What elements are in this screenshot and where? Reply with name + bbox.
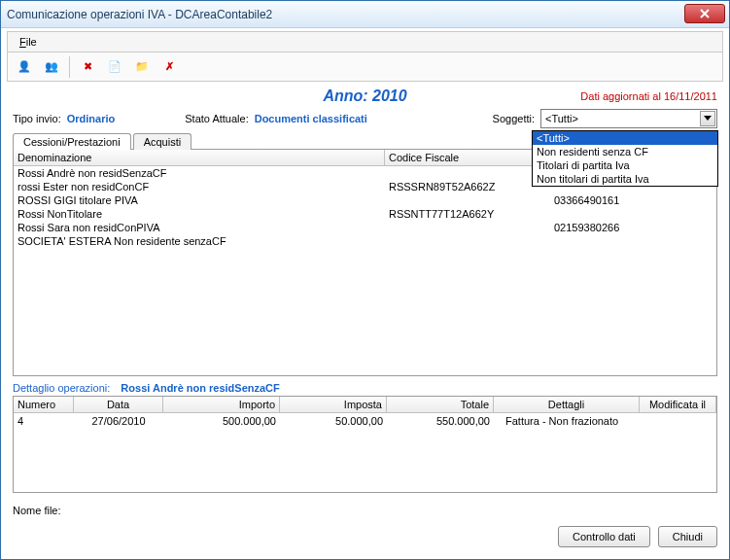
document-icon: 📄 [108, 60, 122, 73]
toolbar: 👤 👥 ✖ 📄 📁 ✗ [7, 52, 723, 82]
cell-piva [550, 234, 716, 248]
chiudi-button[interactable]: Chiudi [658, 526, 717, 547]
cell-piva: 02159380266 [550, 221, 716, 234]
cell-cf: RSSNTT77T12A662Y [385, 207, 550, 221]
cell-denom: Rossi Sara non residConPIVA [14, 221, 385, 234]
window: Comunicazione operazioni IVA - DCAreaCon… [0, 0, 730, 560]
cell-data: 27/06/2010 [74, 413, 163, 429]
toolbar-btn-3[interactable]: ✖ [75, 55, 100, 79]
cell-cf [385, 193, 550, 207]
col-imposta[interactable]: Imposta [280, 397, 387, 412]
cell-denom: Rossi Andrè non residSenzaCF [14, 166, 385, 180]
dettaglio-name: Rossi Andrè non residSenzaCF [121, 382, 279, 394]
col-modificata[interactable]: Modificata il [640, 397, 716, 412]
chevron-down-icon [700, 111, 715, 126]
cell-denom: SOCIETA' ESTERA Non residente senzaCF [14, 234, 385, 248]
cell-dettagli: Fattura - Non frazionato [494, 413, 640, 429]
cancel-icon: ✖ [84, 60, 92, 73]
dettaglio-label: Dettaglio operazioni: [13, 382, 110, 394]
tab-acquisti[interactable]: Acquisti [133, 133, 192, 150]
toolbar-separator [69, 56, 70, 78]
dati-aggiornati: Dati aggiornati al 16/11/2011 [580, 90, 717, 102]
table-row[interactable]: ROSSI GIGI titolare PIVA03366490161 [14, 193, 716, 207]
dropdown-option[interactable]: <Tutti> [533, 131, 717, 145]
tipo-invio-label: Tipo invio: [13, 113, 61, 124]
toolbar-btn-5[interactable]: 📁 [129, 55, 155, 79]
combo-selected: <Tutti> [545, 113, 578, 124]
dropdown-option[interactable]: Titolari di partita Iva [533, 158, 717, 172]
stato-value: Documenti classificati [255, 113, 367, 124]
col-importo[interactable]: Importo [163, 397, 280, 412]
cell-totale: 550.000,00 [387, 413, 494, 429]
window-title: Comunicazione operazioni IVA - DCAreaCon… [7, 8, 272, 21]
toolbar-btn-2[interactable]: 👥 [39, 55, 64, 79]
titlebar[interactable]: Comunicazione operazioni IVA - DCAreaCon… [1, 1, 729, 28]
folder-icon: 📁 [135, 60, 149, 73]
dettaglio-label-row: Dettaglio operazioni: Rossi Andrè non re… [13, 382, 717, 394]
cell-cf [385, 166, 550, 180]
cell-mod [640, 413, 716, 429]
toolbar-btn-6[interactable]: ✗ [156, 55, 182, 79]
person-icon: 👤 [17, 60, 31, 73]
cell-denom: rossi Ester non residConCF [14, 180, 385, 193]
dropdown-option[interactable]: Non titolari di partita Iva [533, 172, 717, 186]
col-codice-fiscale[interactable]: Codice Fiscale [385, 150, 550, 165]
cell-piva: 03366490161 [550, 193, 716, 207]
col-numero[interactable]: Numero [14, 397, 74, 412]
cell-importo: 500.000,00 [163, 413, 280, 429]
info-row: Tipo invio: Ordinario Stato Attuale: Doc… [1, 107, 729, 132]
cell-num: 4 [14, 413, 74, 429]
cell-cf [385, 221, 550, 234]
tipo-invio-value: Ordinario [67, 113, 116, 124]
person-search-icon: 👥 [45, 60, 58, 73]
table-row[interactable]: Rossi Sara non residConPIVA02159380266 [14, 221, 716, 234]
col-data[interactable]: Data [74, 397, 163, 412]
toolbar-btn-4[interactable]: 📄 [102, 55, 127, 79]
table-row[interactable]: 427/06/2010500.000,0050.000,00550.000,00… [14, 413, 716, 429]
menubar: File [7, 31, 723, 52]
cell-denom: ROSSI GIGI titolare PIVA [14, 193, 385, 207]
col-denominazione[interactable]: Denominazione [14, 150, 385, 165]
menu-file[interactable]: File [12, 34, 45, 50]
cell-cf: RSSSRN89T52A662Z [385, 180, 550, 193]
tab-cessioni[interactable]: Cessioni/Prestazioni [13, 133, 131, 150]
cell-piva [550, 207, 716, 221]
controllo-dati-button[interactable]: Controllo dati [558, 526, 650, 547]
stato-label: Stato Attuale: [185, 113, 248, 124]
delete-icon: ✗ [165, 60, 174, 73]
button-row: Controllo dati Chiudi [1, 526, 717, 547]
table-row[interactable]: Rossi NonTitolareRSSNTT77T12A662Y [14, 207, 716, 221]
cell-imposta: 50.000,00 [280, 413, 387, 429]
dropdown-option[interactable]: Non residenti senza CF [533, 145, 717, 158]
footer: Nome file: [13, 505, 717, 516]
soggetti-combo[interactable]: <Tutti> [540, 109, 717, 128]
soggetti-dropdown[interactable]: <Tutti> Non residenti senza CF Titolari … [532, 130, 718, 187]
toolbar-btn-1[interactable]: 👤 [12, 55, 37, 79]
col-dettagli[interactable]: Dettagli [494, 397, 640, 412]
nome-file-label: Nome file: [13, 505, 61, 516]
dettaglio-grid: Numero Data Importo Imposta Totale Detta… [13, 396, 717, 493]
soggetti-label: Soggetti: [493, 113, 535, 124]
table-row[interactable]: SOCIETA' ESTERA Non residente senzaCF [14, 234, 716, 248]
col-totale[interactable]: Totale [387, 397, 494, 412]
close-button[interactable] [684, 4, 725, 23]
cell-cf [385, 234, 550, 248]
dettaglio-grid-header: Numero Data Importo Imposta Totale Detta… [14, 397, 716, 413]
cell-denom: Rossi NonTitolare [14, 207, 385, 221]
header-row: Anno: 2010 Dati aggiornati al 16/11/2011 [1, 82, 729, 107]
